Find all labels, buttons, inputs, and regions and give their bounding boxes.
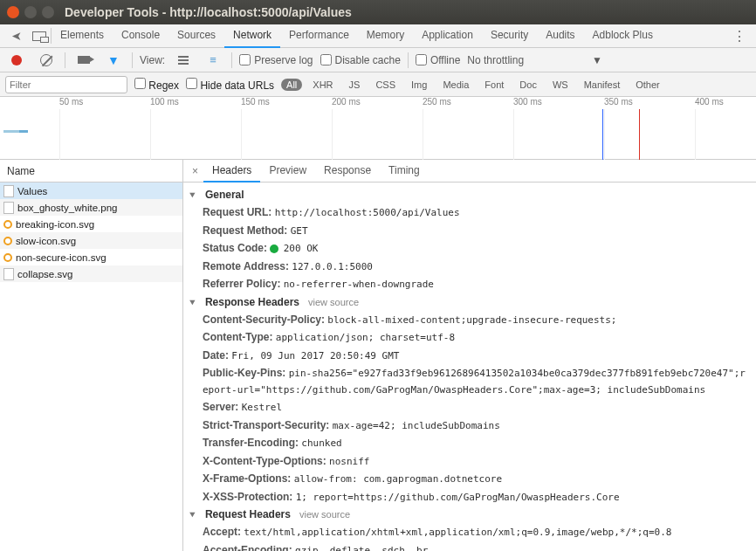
- kebab-menu-icon[interactable]: ⋮: [728, 26, 751, 45]
- request-row[interactable]: collapse.svg: [0, 265, 182, 282]
- view-source-link[interactable]: view source: [308, 297, 359, 307]
- filter-type-img[interactable]: Img: [406, 79, 432, 91]
- filter-type-js[interactable]: JS: [344, 79, 366, 91]
- tab-application[interactable]: Application: [413, 24, 482, 48]
- tab-performance[interactable]: Performance: [280, 24, 358, 48]
- filter-type-media[interactable]: Media: [437, 79, 474, 91]
- detail-tabs: × HeadersPreviewResponseTiming: [183, 160, 756, 183]
- filter-type-doc[interactable]: Doc: [514, 79, 542, 91]
- close-icon[interactable]: [7, 6, 19, 18]
- request-name: box_ghosty_white.png: [17, 203, 117, 213]
- filter-type-other[interactable]: Other: [630, 79, 665, 91]
- timeline-tick: 150 ms: [241, 97, 270, 107]
- device-toolbar-icon[interactable]: [28, 26, 51, 45]
- svg-file-icon: [3, 253, 12, 262]
- camera-icon[interactable]: [72, 51, 95, 70]
- view-source-link[interactable]: view source: [299, 509, 350, 520]
- filter-type-css[interactable]: CSS: [370, 79, 401, 91]
- minimize-icon[interactable]: [24, 6, 37, 18]
- document-icon: [3, 202, 14, 214]
- svg-file-icon: [3, 237, 12, 245]
- request-headers-section[interactable]: Request Headersview source: [183, 506, 756, 523]
- tab-security[interactable]: Security: [482, 24, 537, 48]
- status-ok-icon: [270, 245, 278, 253]
- network-toolbar: ▼ View: ≡ Preserve log Disable cache Off…: [0, 48, 756, 72]
- preserve-log-checkbox[interactable]: Preserve log: [239, 54, 313, 66]
- response-headers-section[interactable]: Response Headersview source: [183, 293, 756, 311]
- tab-sources[interactable]: Sources: [168, 24, 224, 48]
- window-title: Developer Tools - http://localhost:5000/…: [65, 5, 352, 19]
- chevron-down-icon[interactable]: ▼: [592, 54, 602, 66]
- disable-cache-checkbox[interactable]: Disable cache: [320, 54, 401, 66]
- name-column-header[interactable]: Name: [0, 160, 182, 183]
- view-label: View:: [140, 54, 165, 66]
- timeline-tick: 250 ms: [423, 97, 451, 107]
- tab-audits[interactable]: Audits: [537, 24, 583, 48]
- timeline-tick: 200 ms: [332, 97, 361, 107]
- request-row[interactable]: Values: [0, 183, 182, 199]
- tab-adblock-plus[interactable]: Adblock Plus: [584, 24, 662, 48]
- timeline-tick: 350 ms: [604, 97, 633, 107]
- hide-data-urls-checkbox[interactable]: Hide data URLs: [186, 78, 274, 92]
- request-name: Values: [17, 186, 47, 196]
- large-rows-icon[interactable]: [172, 51, 195, 70]
- timeline-tick: 100 ms: [150, 97, 179, 107]
- filter-input[interactable]: [5, 76, 127, 93]
- detail-tab-timing[interactable]: Timing: [380, 160, 429, 183]
- svg-file-icon: [3, 220, 12, 229]
- clear-icon[interactable]: [35, 51, 58, 70]
- request-name: collapse.svg: [17, 269, 72, 279]
- request-name: slow-icon.svg: [16, 236, 76, 246]
- document-icon: [3, 185, 14, 197]
- tab-memory[interactable]: Memory: [358, 24, 413, 48]
- tab-elements[interactable]: Elements: [52, 24, 113, 48]
- request-row[interactable]: non-secure-icon.svg: [0, 249, 182, 265]
- filter-type-font[interactable]: Font: [479, 79, 509, 91]
- request-name: non-secure-icon.svg: [16, 252, 107, 263]
- document-icon: [3, 268, 14, 280]
- detail-tab-preview[interactable]: Preview: [260, 160, 315, 183]
- panel-tabs: ➤ ElementsConsoleSourcesNetworkPerforman…: [0, 24, 756, 48]
- filter-type-manifest[interactable]: Manifest: [579, 79, 626, 91]
- request-name: breaking-icon.svg: [16, 219, 94, 230]
- timeline-tick: 400 ms: [695, 97, 724, 107]
- filter-bar: Regex Hide data URLs AllXHRJSCSSImgMedia…: [0, 72, 756, 97]
- timeline-overview[interactable]: 50 ms100 ms150 ms200 ms250 ms300 ms350 m…: [0, 97, 756, 160]
- filter-type-ws[interactable]: WS: [547, 79, 574, 91]
- maximize-icon[interactable]: [42, 6, 54, 18]
- timeline-tick: 50 ms: [59, 97, 83, 107]
- waterfall-icon[interactable]: ≡: [202, 51, 224, 70]
- timeline-tick: 300 ms: [513, 97, 542, 107]
- request-row[interactable]: breaking-icon.svg: [0, 216, 182, 232]
- detail-tab-headers[interactable]: Headers: [203, 160, 260, 183]
- request-detail-panel: × HeadersPreviewResponseTiming General R…: [183, 160, 756, 551]
- tab-console[interactable]: Console: [113, 24, 168, 48]
- close-detail-icon[interactable]: ×: [187, 165, 203, 177]
- throttling-select[interactable]: No throttling: [467, 54, 524, 66]
- tab-network[interactable]: Network: [224, 24, 280, 48]
- request-row[interactable]: slow-icon.svg: [0, 232, 182, 249]
- filter-icon[interactable]: ▼: [102, 51, 125, 70]
- regex-checkbox[interactable]: Regex: [134, 78, 179, 92]
- detail-tab-response[interactable]: Response: [315, 160, 380, 183]
- record-icon[interactable]: [5, 51, 28, 70]
- request-row[interactable]: box_ghosty_white.png: [0, 199, 182, 216]
- general-section[interactable]: General: [183, 186, 756, 203]
- window-controls: [7, 6, 54, 18]
- window-titlebar: Developer Tools - http://localhost:5000/…: [0, 0, 756, 24]
- inspect-element-icon[interactable]: ➤: [5, 26, 28, 45]
- offline-checkbox[interactable]: Offline: [416, 54, 460, 66]
- filter-type-all[interactable]: All: [281, 79, 302, 91]
- filter-type-xhr[interactable]: XHR: [307, 79, 338, 91]
- request-list-panel: Name Valuesbox_ghosty_white.pngbreaking-…: [0, 160, 183, 551]
